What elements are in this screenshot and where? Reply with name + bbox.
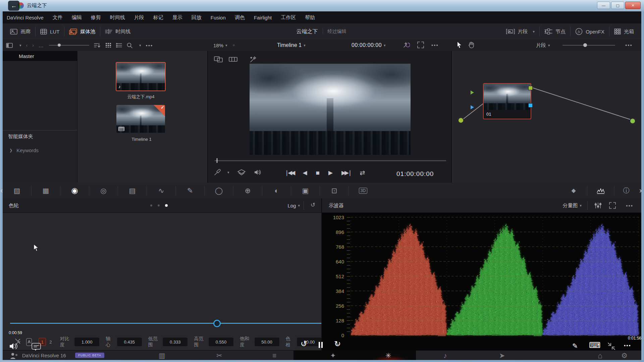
player-progress-bar[interactable] [10, 323, 321, 324]
wheel-mode-selector[interactable]: Log ▾ [287, 203, 300, 208]
node-editor-panel[interactable]: 01 [452, 51, 641, 183]
dual-viewer-icon[interactable] [214, 56, 223, 62]
viewer-timecode-box[interactable]: 00:00:00:00 ▾ [352, 41, 386, 50]
param-value[interactable]: 0.550 [208, 337, 234, 347]
grab-still-eyedropper-icon[interactable] [214, 169, 221, 176]
sort-icon[interactable] [94, 43, 101, 48]
node-key-output-square[interactable] [528, 103, 533, 108]
skip-start-button[interactable]: ❘◀◀ [284, 169, 294, 176]
marker-badge[interactable]: A [26, 338, 32, 346]
step-back-button[interactable]: ◀ [303, 169, 307, 176]
page-color-icon-active[interactable]: ✳ [385, 352, 391, 360]
reset-all-icon[interactable]: ↺ [311, 201, 315, 208]
timeline-selector[interactable]: Timeline 1 ▾ [277, 41, 306, 50]
chevron-down-icon[interactable]: ▾ [227, 170, 229, 175]
record-timecode[interactable]: 01:00:00:00 [396, 170, 434, 178]
minimize-button[interactable]: — [597, 2, 610, 9]
viewer-scrub-bar[interactable] [215, 160, 446, 161]
player-rewind-10-button[interactable]: ↺10 [301, 340, 307, 347]
page-fusion-icon[interactable]: ✦ [330, 352, 336, 360]
color-wheels-icon[interactable]: ◉ [60, 186, 89, 196]
menu-item[interactable]: 文件 [53, 14, 63, 21]
viewer-image[interactable] [250, 64, 411, 155]
qualifier-icon[interactable]: ✎ [176, 186, 205, 196]
menu-item[interactable]: 时间线 [110, 14, 125, 21]
color-match-icon[interactable]: ▦ [32, 186, 60, 196]
wipe-modes-icon[interactable] [237, 169, 246, 175]
menu-item[interactable]: 片段 [134, 14, 144, 21]
menu-item[interactable]: Fairlight [254, 15, 272, 20]
page-dot[interactable] [158, 204, 160, 206]
scope-menu-icon[interactable]: ••• [626, 203, 633, 208]
chevron-down-icon[interactable]: ▾ [19, 43, 21, 48]
bin-item-master[interactable]: Master [3, 51, 77, 61]
timeline-clip-name[interactable]: Timeline 1 [106, 137, 177, 142]
scope-expand-icon[interactable] [609, 202, 616, 209]
scopes-icon[interactable] [587, 186, 614, 196]
node-menu-icon[interactable]: ••• [625, 42, 633, 48]
player-note-pencil-icon[interactable]: ✎ [572, 342, 578, 350]
menu-item[interactable]: 编辑 [72, 14, 82, 21]
param-value[interactable]: 1.000 [74, 337, 100, 347]
node-rgb-output-square[interactable] [528, 86, 533, 90]
playhead[interactable] [217, 158, 217, 163]
stop-button[interactable]: ■ [316, 169, 319, 177]
player-more-icon[interactable]: ••• [624, 343, 631, 348]
player-danmaku-icon[interactable] [32, 343, 41, 351]
menu-item[interactable]: 帮助 [305, 14, 315, 21]
menu-item[interactable]: 显示 [172, 14, 182, 21]
back-nav-icon[interactable]: ‹ [26, 43, 28, 48]
window-titlebar[interactable]: 云端之下 — ▢ ✕ [0, 0, 644, 12]
player-volume-icon[interactable] [9, 343, 18, 350]
menu-item[interactable]: 标记 [153, 14, 163, 21]
menu-item[interactable]: 调色 [235, 14, 245, 21]
sizing-icon[interactable]: ⊡ [320, 186, 349, 196]
camera-raw-icon[interactable]: ▧ [3, 186, 32, 196]
param-value[interactable]: 50.00 [254, 337, 280, 347]
menu-item[interactable]: DaVinci Resolve [7, 15, 44, 20]
clips-toggle-button[interactable]: 片段 ▾ [501, 23, 540, 40]
grade-wand-icon[interactable] [402, 41, 410, 49]
node-mode-selector[interactable]: 片段 ▾ [536, 41, 550, 50]
pointer-tool-icon[interactable] [457, 42, 462, 48]
maximize-button[interactable]: ▢ [611, 2, 624, 9]
enhance-wand-icon[interactable] [250, 56, 257, 63]
player-shrink-icon[interactable] [608, 343, 615, 350]
key-icon[interactable]: ▣ [291, 186, 320, 196]
player-back-button[interactable]: ← [8, 1, 19, 11]
output-node-dot[interactable] [630, 118, 636, 124]
menu-item[interactable]: Fusion [211, 15, 226, 20]
timeline-thumbnail[interactable]: ✓ [116, 105, 165, 133]
hand-tool-icon[interactable] [468, 42, 474, 48]
menu-item[interactable]: 修剪 [91, 14, 101, 21]
power-window-icon[interactable]: ◯ [205, 186, 233, 196]
viewer-zoom-level[interactable]: 18% [213, 43, 223, 48]
list-view-icon[interactable] [116, 43, 122, 48]
page-fairlight-icon[interactable]: ♪ [443, 352, 447, 360]
page-media-icon[interactable]: ▥ [159, 352, 165, 360]
lut-button[interactable]: LUT [36, 23, 64, 40]
play-button[interactable]: ▶ [328, 169, 333, 176]
forward-nav-icon[interactable]: › [32, 43, 34, 48]
media-pool-menu-icon[interactable]: ••• [146, 43, 153, 48]
player-pause-button[interactable] [319, 342, 323, 348]
openfx-button[interactable]: fx OpenFX [571, 23, 609, 40]
smart-bins-section[interactable]: 智能媒体夹 [8, 133, 33, 140]
page-dot[interactable] [150, 204, 152, 206]
slider-handle[interactable] [583, 43, 587, 47]
slider-handle[interactable] [58, 44, 61, 47]
keywords-group[interactable]: ❯ Keywords [9, 147, 39, 153]
lightbox-button[interactable]: 光箱 [609, 23, 639, 40]
stereo-3d-icon[interactable]: 3D [349, 186, 377, 196]
collapse-left-icon[interactable]: ‹ [0, 186, 3, 195]
search-icon[interactable] [127, 43, 132, 48]
collapse-right-icon[interactable]: › [639, 186, 642, 195]
gallery-button[interactable]: 画廊 [5, 23, 35, 40]
source-node-dot[interactable] [458, 117, 464, 123]
param-value[interactable]: 0.333 [162, 337, 188, 347]
page-dot-active[interactable] [165, 204, 168, 207]
path-ellipsis[interactable]: … [39, 43, 44, 48]
viewer-menu-icon[interactable]: ••• [431, 42, 439, 48]
keyframes-icon[interactable]: ◆ [560, 186, 587, 196]
player-forward-30-button[interactable]: ↻30 [334, 340, 341, 347]
